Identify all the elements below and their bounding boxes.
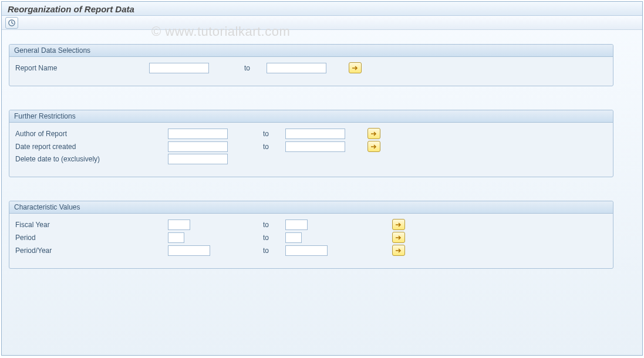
fiscal-year-from-input[interactable] <box>168 219 190 230</box>
arrow-right-icon <box>395 248 402 254</box>
row-report-name: Report Name to <box>14 62 608 73</box>
label-period-year: Period/Year <box>14 246 168 255</box>
to-label: to <box>231 64 267 72</box>
to-label: to <box>250 234 285 242</box>
group-further-restrictions: Further Restrictions Author of Report to… <box>9 110 613 177</box>
arrow-right-icon <box>395 222 402 228</box>
group-general-data-selections: General Data Selections Report Name to <box>9 44 613 86</box>
period-year-from-input[interactable] <box>168 245 210 256</box>
label-report-name: Report Name <box>14 64 149 72</box>
author-from-input[interactable] <box>168 129 228 139</box>
author-multiple-selection-button[interactable] <box>367 128 380 139</box>
page-title: Reorganization of Report Data <box>2 2 642 16</box>
arrow-right-icon <box>370 131 377 137</box>
row-period-year: Period/Year to <box>14 245 608 256</box>
period-multiple-selection-button[interactable] <box>392 232 405 243</box>
group-header-general: General Data Selections <box>9 45 613 57</box>
clock-icon <box>8 19 16 27</box>
row-delete-date: Delete date to (exclusively) <box>14 154 608 164</box>
group-characteristic-values: Characteristic Values Fiscal Year to Per… <box>9 201 613 269</box>
fiscal-year-multiple-selection-button[interactable] <box>392 219 405 230</box>
window-frame: Reorganization of Report Data © www.tuto… <box>1 1 643 356</box>
group-header-charval: Characteristic Values <box>9 201 613 214</box>
row-author-of-report: Author of Report to <box>14 128 608 139</box>
fiscal-year-to-input[interactable] <box>285 219 308 230</box>
row-date-report-created: Date report created to <box>14 141 608 152</box>
period-year-to-input[interactable] <box>285 245 328 256</box>
to-label: to <box>250 246 285 255</box>
label-delete-date: Delete date to (exclusively) <box>14 155 168 163</box>
period-from-input[interactable] <box>168 232 184 243</box>
period-to-input[interactable] <box>285 232 302 243</box>
execute-button[interactable] <box>5 17 18 29</box>
label-date-created: Date report created <box>14 143 168 151</box>
delete-date-input[interactable] <box>168 154 228 164</box>
group-header-further: Further Restrictions <box>9 110 613 123</box>
row-period: Period to <box>14 232 608 243</box>
to-label: to <box>250 143 285 151</box>
report-name-from-input[interactable] <box>149 63 209 73</box>
report-name-multiple-selection-button[interactable] <box>349 62 362 73</box>
period-year-multiple-selection-button[interactable] <box>392 245 405 256</box>
arrow-right-icon <box>370 144 377 150</box>
to-label: to <box>250 221 285 229</box>
to-label: to <box>250 130 285 138</box>
svg-line-2 <box>12 23 14 24</box>
content-area: General Data Selections Report Name to F… <box>2 30 642 282</box>
arrow-right-icon <box>395 235 402 241</box>
date-created-multiple-selection-button[interactable] <box>367 141 380 152</box>
application-toolbar <box>2 16 642 30</box>
row-fiscal-year: Fiscal Year to <box>14 219 608 230</box>
label-author: Author of Report <box>14 130 168 138</box>
date-created-to-input[interactable] <box>285 141 345 152</box>
label-period: Period <box>14 234 168 242</box>
report-name-to-input[interactable] <box>267 63 326 73</box>
date-created-from-input[interactable] <box>168 141 228 152</box>
arrow-right-icon <box>352 65 359 71</box>
label-fiscal-year: Fiscal Year <box>14 221 168 229</box>
author-to-input[interactable] <box>285 129 345 139</box>
